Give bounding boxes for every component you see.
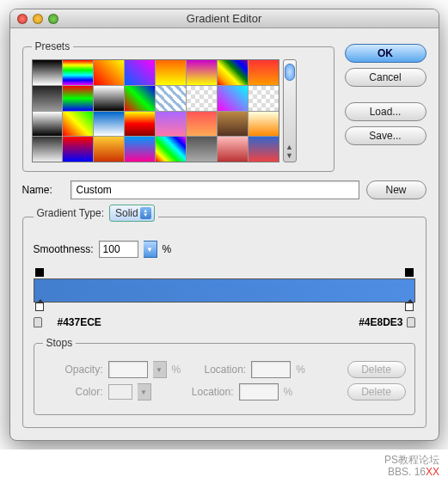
preset-swatch[interactable] (156, 86, 186, 111)
scroll-down-icon[interactable]: ▼ (285, 151, 293, 160)
color-dropdown-icon: ▼ (138, 383, 151, 400)
scroll-thumb[interactable] (285, 64, 295, 81)
preset-swatch[interactable] (218, 86, 248, 111)
presets-scrollbar[interactable]: ▲ ▼ (283, 59, 297, 162)
presets-fieldset: Presets ▲ ▼ (22, 40, 334, 172)
opacity-location-unit: % (296, 364, 305, 376)
opacity-stop-left[interactable] (35, 268, 44, 277)
delete-color-stop-button: Delete (347, 383, 406, 400)
name-input[interactable] (71, 180, 359, 199)
lock-icon (407, 317, 415, 327)
color-row: Color: ▼ Location: % Delete (43, 383, 406, 400)
opacity-stops (34, 268, 415, 278)
preset-swatch[interactable] (187, 60, 217, 85)
stops-fieldset: Stops Opacity: ▼ % Location: % Delete Co… (34, 337, 415, 415)
window-title: Gradient Editor (10, 12, 439, 25)
preset-swatch[interactable] (249, 112, 279, 137)
gradient-area: #437ECE #4E8DE3 (34, 268, 415, 328)
preset-swatch[interactable] (125, 60, 155, 85)
delete-opacity-stop-button: Delete (347, 361, 406, 378)
gradient-editor-window: Gradient Editor Presets ▲ ▼ OK (9, 9, 439, 441)
load-button[interactable]: Load... (345, 102, 427, 121)
gradient-type-fieldset: Gradient Type: Solid ▲▼ Smoothness: ▼ % (22, 208, 427, 428)
opacity-label: Opacity: (43, 364, 103, 376)
color-well (108, 384, 132, 400)
presets-legend: Presets (32, 40, 74, 52)
save-button[interactable]: Save... (345, 126, 427, 145)
minimize-icon[interactable] (33, 14, 43, 24)
preset-swatch[interactable] (33, 86, 63, 111)
color-location-label: Location: (174, 386, 234, 398)
color-stop-right[interactable] (405, 303, 414, 311)
titlebar[interactable]: Gradient Editor (10, 9, 439, 28)
window-body: Presets ▲ ▼ OK Cancel Load... (10, 28, 439, 440)
preset-swatch[interactable] (94, 112, 124, 137)
opacity-row: Opacity: ▼ % Location: % Delete (43, 361, 406, 378)
lock-icon (34, 317, 42, 327)
left-hex: #437ECE (46, 316, 101, 328)
preset-swatch[interactable] (218, 112, 248, 137)
right-hex: #4E8DE3 (347, 316, 402, 328)
preset-swatch[interactable] (33, 60, 63, 85)
color-stop-left[interactable] (35, 303, 44, 311)
preset-swatch[interactable] (33, 137, 63, 162)
preset-swatch[interactable] (249, 86, 279, 111)
color-stops (34, 303, 415, 313)
gradient-type-legend: Gradient Type: Solid ▲▼ (34, 208, 158, 225)
preset-swatch[interactable] (218, 137, 248, 162)
opacity-dropdown-icon: ▼ (153, 361, 167, 378)
preset-swatch[interactable] (125, 137, 155, 162)
opacity-location-label: Location: (186, 364, 246, 376)
stops-legend: Stops (43, 337, 77, 349)
smoothness-input[interactable] (99, 241, 138, 258)
smoothness-dropdown-icon[interactable]: ▼ (144, 241, 157, 258)
smoothness-unit: % (163, 243, 172, 255)
preset-swatch[interactable] (125, 86, 155, 111)
traffic-lights (17, 14, 58, 24)
scroll-up-icon[interactable]: ▲ (285, 143, 293, 151)
preset-swatch[interactable] (94, 86, 124, 111)
preset-swatch[interactable] (156, 112, 186, 137)
preset-swatch[interactable] (218, 60, 248, 85)
ok-button[interactable]: OK (345, 44, 427, 63)
zoom-icon[interactable] (48, 14, 58, 24)
opacity-input (108, 361, 148, 378)
chevron-updown-icon: ▲▼ (140, 207, 151, 219)
preset-swatch[interactable] (94, 60, 124, 85)
preset-swatch[interactable] (63, 112, 93, 137)
smoothness-label: Smoothness: (34, 243, 94, 255)
close-icon[interactable] (17, 14, 28, 24)
preset-swatch[interactable] (63, 60, 93, 85)
preset-swatch[interactable] (156, 60, 186, 85)
preset-swatch[interactable] (125, 112, 155, 137)
preset-swatch[interactable] (249, 137, 279, 162)
preset-swatch[interactable] (156, 137, 186, 162)
preset-grid[interactable] (32, 59, 279, 162)
name-row: Name: New (22, 180, 427, 199)
preset-swatch[interactable] (187, 86, 217, 111)
preset-swatch[interactable] (63, 86, 93, 111)
opacity-location-input (251, 361, 291, 378)
new-button[interactable]: New (366, 180, 427, 199)
color-location-input (239, 383, 279, 400)
color-label: Color: (43, 386, 103, 398)
gradient-type-select[interactable]: Solid ▲▼ (109, 205, 155, 222)
preset-swatch[interactable] (187, 112, 217, 137)
preset-swatch[interactable] (63, 137, 93, 162)
cancel-button[interactable]: Cancel (345, 68, 427, 87)
opacity-stop-right[interactable] (405, 268, 414, 277)
preset-swatch[interactable] (94, 137, 124, 162)
name-label: Name: (22, 184, 64, 196)
opacity-unit: % (172, 364, 181, 376)
action-buttons: OK Cancel Load... Save... (345, 40, 427, 172)
preset-swatch[interactable] (187, 137, 217, 162)
gradient-bar[interactable] (34, 278, 415, 303)
color-location-unit: % (284, 386, 293, 398)
smoothness-row: Smoothness: ▼ % (34, 241, 415, 258)
preset-swatch[interactable] (33, 112, 63, 137)
preset-swatch[interactable] (249, 60, 279, 85)
hex-row: #437ECE #4E8DE3 (34, 316, 415, 328)
